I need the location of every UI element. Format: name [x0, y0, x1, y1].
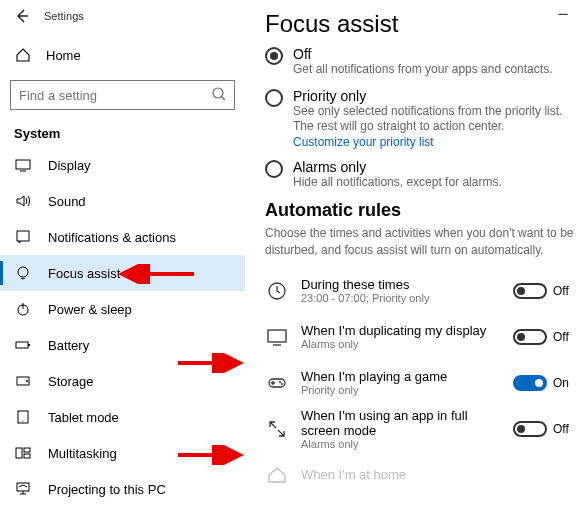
- rule-toggle[interactable]: Off: [513, 421, 573, 437]
- sidebar-item-notifications[interactable]: Notifications & actions: [0, 219, 245, 255]
- home-icon: [14, 47, 32, 63]
- rule-sub: Priority only: [301, 384, 501, 396]
- svg-rect-5: [28, 344, 30, 346]
- sidebar-item-sound[interactable]: Sound: [0, 183, 245, 219]
- svg-rect-1: [16, 160, 30, 169]
- tablet-icon: [14, 409, 32, 425]
- toggle-switch: [513, 375, 547, 391]
- toggle-switch: [513, 283, 547, 299]
- rule-toggle[interactable]: Off: [513, 283, 573, 299]
- rule-duplicate-display[interactable]: When I'm duplicating my display Alarms o…: [265, 314, 585, 360]
- svg-point-7: [26, 380, 28, 382]
- nav-label: Focus assist: [48, 266, 120, 281]
- rule-title: When I'm duplicating my display: [301, 323, 501, 338]
- page-title: Focus assist: [265, 10, 585, 38]
- sidebar-item-projecting[interactable]: Projecting to this PC: [0, 471, 245, 507]
- rule-toggle[interactable]: Off: [513, 329, 573, 345]
- toggle-switch: [513, 421, 547, 437]
- radio-title: Priority only: [293, 88, 575, 104]
- radio-indicator: [265, 89, 283, 107]
- main-pane: ─ Focus assist Off Get all notifications…: [245, 0, 585, 513]
- storage-icon: [14, 373, 32, 389]
- nav-label: Display: [48, 158, 91, 173]
- focus-icon: [14, 265, 32, 281]
- nav-label: Power & sleep: [48, 302, 132, 317]
- category-heading: System: [0, 116, 245, 147]
- window-title: Settings: [44, 10, 84, 22]
- svg-point-17: [279, 381, 281, 383]
- titlebar: Settings: [0, 0, 245, 32]
- search-icon: [211, 86, 227, 105]
- nav-label: Multitasking: [48, 446, 117, 461]
- radio-alarms[interactable]: Alarms only Hide all notifications, exce…: [265, 159, 585, 191]
- sidebar-item-focus-assist[interactable]: Focus assist: [0, 255, 245, 291]
- radio-indicator: [265, 160, 283, 178]
- rule-sub: Alarms only: [301, 438, 501, 450]
- rule-toggle[interactable]: On: [513, 375, 573, 391]
- svg-rect-2: [17, 231, 29, 241]
- search-wrap: [10, 80, 235, 110]
- svg-rect-4: [16, 342, 28, 348]
- battery-icon: [14, 337, 32, 353]
- svg-point-0: [213, 88, 223, 98]
- nav-label: Projecting to this PC: [48, 482, 166, 497]
- nav-label: Battery: [48, 338, 89, 353]
- svg-point-9: [23, 421, 24, 422]
- svg-rect-11: [24, 448, 30, 452]
- notifications-icon: [14, 229, 32, 245]
- sidebar-home[interactable]: Home: [0, 36, 245, 74]
- rule-game[interactable]: When I'm playing a game Priority only On: [265, 360, 585, 406]
- project-icon: [14, 481, 32, 497]
- toggle-switch: [513, 329, 547, 345]
- multitask-icon: [14, 445, 32, 461]
- radio-title: Off: [293, 46, 575, 62]
- radio-priority[interactable]: Priority only See only selected notifica…: [265, 88, 585, 149]
- back-button[interactable]: [8, 2, 36, 30]
- fullscreen-icon: [265, 417, 289, 441]
- sidebar-item-tablet[interactable]: Tablet mode: [0, 399, 245, 435]
- rule-title: When I'm playing a game: [301, 369, 501, 384]
- search-input[interactable]: [10, 80, 235, 110]
- sidebar: Settings Home System Display Sound: [0, 0, 245, 513]
- customize-link[interactable]: Customize your priority list: [293, 135, 575, 149]
- rule-fullscreen[interactable]: When I'm using an app in full screen mod…: [265, 406, 585, 452]
- power-icon: [14, 301, 32, 317]
- sidebar-item-multitasking[interactable]: Multitasking: [0, 435, 245, 471]
- radio-desc: Get all notifications from your apps and…: [293, 62, 575, 78]
- minimize-button[interactable]: ─: [555, 6, 571, 21]
- radio-desc: Hide all notifications, except for alarm…: [293, 175, 575, 191]
- radio-indicator: [265, 47, 283, 65]
- rule-home[interactable]: When I'm at home: [265, 452, 585, 498]
- nav-label: Notifications & actions: [48, 230, 176, 245]
- rule-title: During these times: [301, 277, 501, 292]
- gamepad-icon: [265, 371, 289, 395]
- nav-list: Display Sound Notifications & actions Fo…: [0, 147, 245, 507]
- arrow-left-icon: [14, 8, 30, 24]
- radio-off[interactable]: Off Get all notifications from your apps…: [265, 46, 585, 78]
- nav-label: Storage: [48, 374, 94, 389]
- svg-point-18: [281, 383, 283, 385]
- rule-sub: Alarms only: [301, 338, 501, 350]
- sound-icon: [14, 193, 32, 209]
- rules-desc: Choose the times and activities when you…: [265, 225, 585, 257]
- radio-title: Alarms only: [293, 159, 575, 175]
- rule-title: When I'm at home: [301, 467, 573, 482]
- toggle-state: Off: [553, 422, 573, 436]
- rule-sub: 23:00 - 07:00; Priority only: [301, 292, 501, 304]
- rule-title: When I'm using an app in full screen mod…: [301, 408, 501, 438]
- rule-times[interactable]: During these times 23:00 - 07:00; Priori…: [265, 268, 585, 314]
- home-label: Home: [46, 48, 81, 63]
- toggle-state: Off: [553, 330, 573, 344]
- monitor-icon: [265, 325, 289, 349]
- sidebar-item-battery[interactable]: Battery: [0, 327, 245, 363]
- svg-rect-12: [24, 454, 30, 458]
- home-rule-icon: [265, 463, 289, 487]
- toggle-state: On: [553, 376, 573, 390]
- sidebar-item-storage[interactable]: Storage: [0, 363, 245, 399]
- svg-rect-10: [16, 448, 22, 458]
- display-icon: [14, 157, 32, 173]
- sidebar-item-power[interactable]: Power & sleep: [0, 291, 245, 327]
- sidebar-item-display[interactable]: Display: [0, 147, 245, 183]
- svg-rect-15: [268, 330, 286, 342]
- radio-desc: See only selected notifications from the…: [293, 104, 575, 135]
